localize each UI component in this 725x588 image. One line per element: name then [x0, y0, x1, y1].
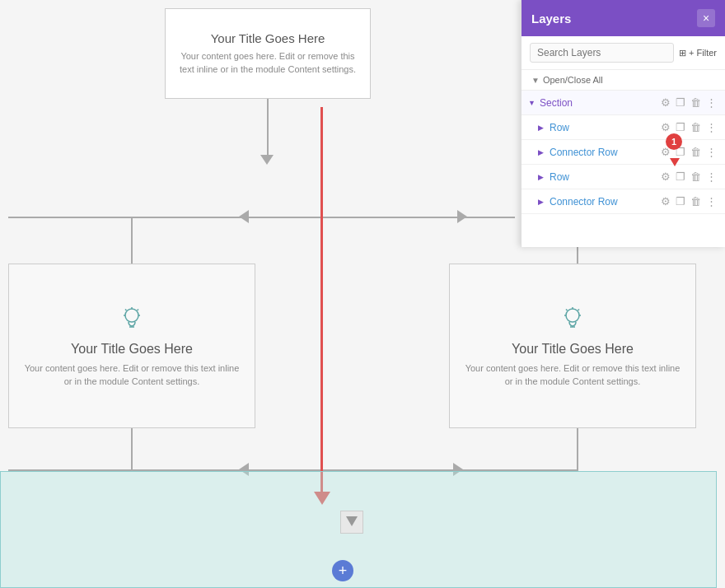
- filter-label: + Filter: [689, 48, 717, 58]
- svg-marker-14: [346, 516, 358, 526]
- connector-row1-chevron: ▶: [538, 148, 546, 156]
- connector-left-bottom: [131, 428, 133, 471]
- layers-header: Layers ×: [522, 0, 725, 36]
- arrow-down-gray-bottom: [340, 511, 363, 534]
- arrow-down-gray: [260, 155, 274, 165]
- red-arrow-line: [320, 107, 323, 494]
- connector-row2-duplicate-icon[interactable]: ❐: [674, 194, 687, 208]
- open-close-label: Open/Close All: [543, 75, 603, 85]
- row2-settings-icon[interactable]: ⚙: [659, 170, 672, 184]
- svg-line-3: [125, 309, 126, 310]
- layers-open-close[interactable]: ▼ Open/Close All: [522, 70, 725, 91]
- svg-line-4: [138, 309, 138, 310]
- filter-icon: ⊞: [679, 48, 686, 58]
- right-module-title: Your Title Goes Here: [512, 342, 634, 357]
- row2-delete-icon[interactable]: 🗑: [689, 170, 703, 184]
- section-actions: ⚙ ❐ 🗑 ⋮: [659, 96, 718, 110]
- top-module-title: Your Title Goes Here: [211, 31, 325, 45]
- row1-label: Row: [550, 122, 656, 133]
- connector-row2-settings-icon[interactable]: ⚙: [659, 194, 672, 208]
- connector-row2-more-icon[interactable]: ⋮: [704, 194, 718, 208]
- row2-chevron: ▶: [538, 173, 546, 181]
- left-module-title: Your Title Goes Here: [71, 342, 193, 357]
- row1-chevron: ▶: [538, 124, 546, 132]
- lightbulb-icon-right: [558, 304, 587, 337]
- connector-row2-label: Connector Row: [550, 196, 656, 208]
- section-more-icon[interactable]: ⋮: [704, 96, 718, 110]
- arrow-right: [457, 210, 467, 223]
- right-module: Your Title Goes Here Your content goes h…: [449, 264, 696, 428]
- svg-point-7: [566, 309, 579, 322]
- layer-item-connector-row1[interactable]: ▶ Connector Row 1 ⚙ ❐ 🗑 ⋮: [522, 140, 725, 165]
- connector-row2-delete-icon[interactable]: 🗑: [689, 194, 703, 208]
- row1-duplicate-icon[interactable]: ❐: [674, 120, 687, 134]
- connector-row1-label: Connector Row: [550, 147, 656, 158]
- top-module-content: Your content goes here. Edit or remove t…: [174, 50, 362, 76]
- layer-item-section[interactable]: ▼ Section ⚙ ❐ 🗑 ⋮: [522, 91, 725, 115]
- connector-row2-actions: ⚙ ❐ 🗑 ⋮: [659, 194, 718, 208]
- connector-right-bottom: [577, 428, 578, 471]
- open-close-chevron: ▼: [531, 76, 540, 85]
- layers-search-input[interactable]: [530, 43, 674, 63]
- layers-title: Layers: [531, 12, 571, 26]
- svg-line-11: [578, 309, 579, 310]
- connector-horizontal: [8, 217, 515, 218]
- row2-duplicate-icon[interactable]: ❐: [674, 170, 687, 184]
- row1-more-icon[interactable]: ⋮: [704, 120, 718, 134]
- right-module-content: Your content goes here. Edit or remove t…: [462, 362, 683, 389]
- layers-filter-button[interactable]: ⊞ + Filter: [679, 48, 717, 58]
- connector-vertical-top: [267, 99, 269, 156]
- plus-button[interactable]: +: [332, 560, 353, 581]
- section-chevron: ▼: [528, 99, 536, 107]
- svg-line-10: [566, 309, 567, 310]
- layers-close-button[interactable]: ×: [697, 9, 715, 27]
- row1-actions: ⚙ ❐ 🗑 ⋮: [659, 120, 718, 134]
- layers-panel: Layers × ⊞ + Filter ▼ Open/Close All ▼ S…: [521, 0, 725, 247]
- section-label: Section: [540, 97, 656, 109]
- section-settings-icon[interactable]: ⚙: [659, 96, 672, 110]
- row2-more-icon[interactable]: ⋮: [704, 170, 718, 184]
- row2-label: Row: [550, 171, 656, 183]
- left-module: Your Title Goes Here Your content goes h…: [8, 264, 255, 428]
- connector-row2-chevron: ▶: [538, 198, 546, 206]
- left-module-content: Your content goes here. Edit or remove t…: [21, 362, 242, 389]
- section-duplicate-icon[interactable]: ❐: [674, 96, 687, 110]
- layers-list: ▼ Section ⚙ ❐ 🗑 ⋮ ▶ Row ⚙ ❐ 🗑 ⋮ ▶ Connec…: [522, 91, 725, 214]
- layer-item-connector-row2[interactable]: ▶ Connector Row ⚙ ❐ 🗑 ⋮: [522, 189, 725, 214]
- connector-row1-more-icon[interactable]: ⋮: [704, 145, 718, 159]
- connector-row1-delete-icon[interactable]: 🗑: [689, 145, 703, 159]
- top-module: Your Title Goes Here Your content goes h…: [165, 8, 371, 99]
- layer-item-row2[interactable]: ▶ Row ⚙ ❐ 🗑 ⋮: [522, 165, 725, 189]
- connector-vertical-left: [131, 217, 133, 266]
- layer-item-row1[interactable]: ▶ Row ⚙ ❐ 🗑 ⋮: [522, 115, 725, 140]
- section-delete-icon[interactable]: 🗑: [689, 96, 703, 110]
- lightbulb-icon-left: [117, 304, 147, 337]
- svg-point-0: [125, 309, 138, 322]
- layers-search-bar: ⊞ + Filter: [522, 36, 725, 70]
- row2-actions: ⚙ ❐ 🗑 ⋮: [659, 170, 718, 184]
- row1-settings-icon[interactable]: ⚙: [659, 120, 672, 134]
- row1-delete-icon[interactable]: 🗑: [689, 120, 703, 134]
- badge-1: 1: [666, 133, 682, 150]
- arrow-left: [239, 210, 249, 223]
